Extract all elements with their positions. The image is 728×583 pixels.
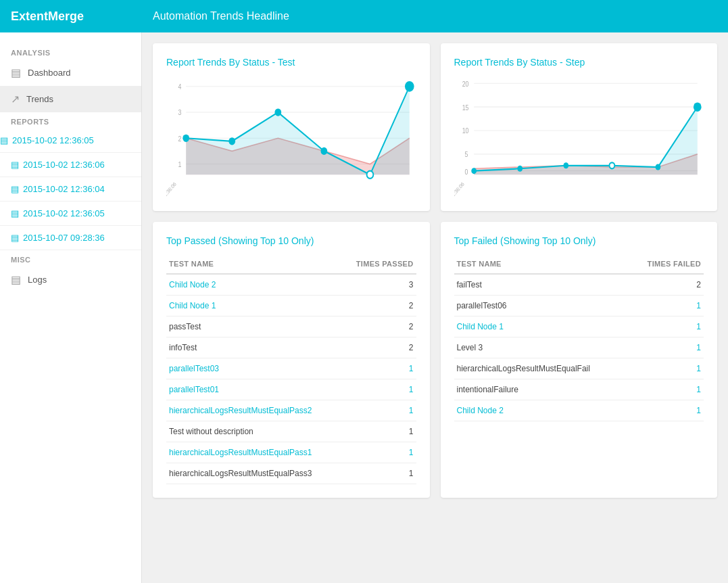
- report-link-0[interactable]: ▤ 2015-10-02 12:36:05: [0, 129, 141, 153]
- table-row: infoTest2: [166, 337, 416, 358]
- col-test-name-passed: TEST NAME: [166, 254, 342, 274]
- table-row: hierarchicalLogsResultMustEqualFail1: [454, 358, 704, 379]
- times-failed-cell: 1: [629, 379, 704, 400]
- svg-text:0: 0: [464, 168, 468, 177]
- table-row: hierarchicalLogsResultMustEqualPass31: [166, 463, 416, 484]
- table-row: Child Node 11: [454, 317, 704, 337]
- logs-icon: ▤: [11, 273, 21, 286]
- times-passed-cell: 1: [342, 379, 416, 400]
- chart-svg-left: 4 3 2 1: [166, 76, 416, 197]
- svg-point-11: [228, 137, 235, 145]
- svg-point-15: [405, 81, 414, 92]
- page-title: Automation Trends Headline: [153, 10, 289, 22]
- test-name-cell: passTest: [166, 317, 342, 337]
- table-row: intentionalFailure1: [454, 379, 704, 400]
- top-failed-table: TEST NAME TIMES FAILED failTest2parallel…: [454, 254, 704, 421]
- top-failed-title: Top Failed (Showing Top 10 Only): [454, 235, 704, 246]
- test-name-cell[interactable]: parallelTest01: [166, 379, 342, 400]
- test-name-cell: infoTest: [166, 337, 342, 358]
- chart-card-right: Report Trends By Status - Step 20 15 10 …: [441, 43, 718, 211]
- report-link-label-1: 2015-10-02 12:36:06: [23, 160, 105, 170]
- chart-left: 4 3 2 1: [166, 76, 416, 197]
- table-row: hierarchicalLogsResultMustEqualPass21: [166, 400, 416, 421]
- svg-text:2: 2: [178, 135, 182, 143]
- report-link-4[interactable]: ▤ 2015-10-07 09:28:36: [0, 226, 141, 250]
- table-row: parallelTest011: [166, 379, 416, 400]
- times-failed-cell: 1: [629, 296, 704, 317]
- test-name-cell: parallelTest06: [454, 296, 629, 317]
- chart-icon: ▤: [11, 66, 21, 79]
- report-link-label-0: 2015-10-02 12:36:05: [12, 135, 94, 145]
- report-icon-1: ▤: [11, 160, 19, 170]
- sidebar-item-trends[interactable]: ↗ Trends: [0, 86, 141, 112]
- test-name-cell[interactable]: hierarchicalLogsResultMustEqualPass2: [166, 400, 342, 421]
- svg-point-14: [367, 171, 374, 179]
- table-row: parallelTest031: [166, 358, 416, 379]
- charts-row: Report Trends By Status - Test 4 3 2 1: [153, 43, 717, 211]
- times-passed-cell: 3: [342, 274, 416, 296]
- chart-svg-right: 20 15 10 5 0: [454, 76, 704, 197]
- svg-point-35: [563, 162, 568, 168]
- sidebar-item-label-trends: Trends: [26, 94, 53, 104]
- report-icon-4: ▤: [11, 233, 19, 243]
- test-name-cell[interactable]: Child Node 1: [454, 317, 629, 337]
- test-name-cell[interactable]: Child Node 2: [454, 400, 629, 421]
- app-layout: ANALYSIS ▤ Dashboard ↗ Trends REPORTS ▤ …: [0, 32, 728, 583]
- sidebar-item-label-logs: Logs: [28, 275, 47, 285]
- analysis-section-label: ANALYSIS: [0, 43, 141, 60]
- svg-point-36: [609, 162, 614, 168]
- svg-point-34: [517, 166, 523, 172]
- table-row: Level 31: [454, 337, 704, 358]
- times-failed-cell: 1: [629, 337, 704, 358]
- reports-section-label: REPORTS: [0, 112, 141, 129]
- tables-row: Top Passed (Showing Top 10 Only) TEST NA…: [153, 222, 717, 498]
- report-link-2[interactable]: ▤ 2015-10-02 12:36:04: [0, 177, 141, 202]
- test-name-cell: Test without description: [166, 421, 342, 442]
- svg-point-33: [471, 168, 477, 174]
- top-failed-card: Top Failed (Showing Top 10 Only) TEST NA…: [441, 222, 718, 498]
- svg-text:4: 4: [178, 83, 182, 91]
- test-name-cell: hierarchicalLogsResultMustEqualFail: [454, 358, 629, 379]
- brand-name: ExtentMerge: [11, 9, 153, 24]
- sidebar-item-dashboard[interactable]: ▤ Dashboard: [0, 60, 141, 86]
- test-name-cell[interactable]: parallelTest03: [166, 358, 342, 379]
- sidebar: ANALYSIS ▤ Dashboard ↗ Trends REPORTS ▤ …: [0, 32, 142, 583]
- times-passed-cell: 2: [342, 296, 416, 317]
- table-row: Test without description1: [166, 421, 416, 442]
- table-row: hierarchicalLogsResultMustEqualPass11: [166, 442, 416, 463]
- table-row: Child Node 12: [166, 296, 416, 317]
- table-row: Child Node 23: [166, 274, 416, 296]
- test-name-cell[interactable]: Child Node 1: [166, 296, 342, 317]
- main-content: Report Trends By Status - Test 4 3 2 1: [142, 32, 728, 583]
- chart-title-right: Report Trends By Status - Step: [454, 57, 704, 68]
- test-name-cell[interactable]: hierarchicalLogsResultMustEqualPass1: [166, 442, 342, 463]
- col-times-passed: TIMES PASSED: [342, 254, 416, 274]
- svg-text:2015-10-02 12:36:06: 2015-10-02 12:36:06: [166, 181, 177, 197]
- test-name-cell: Level 3: [454, 337, 629, 358]
- sidebar-item-label-dashboard: Dashboard: [28, 68, 71, 78]
- svg-point-12: [274, 108, 281, 116]
- svg-text:2015-10-02 12:36:06: 2015-10-02 12:36:06: [454, 181, 465, 197]
- times-passed-cell: 1: [342, 442, 416, 463]
- times-passed-cell: 2: [342, 337, 416, 358]
- chart-card-left: Report Trends By Status - Test 4 3 2 1: [153, 43, 430, 211]
- report-icon-0: ▤: [0, 135, 8, 145]
- test-name-cell[interactable]: Child Node 2: [166, 274, 342, 296]
- report-link-1[interactable]: ▤ 2015-10-02 12:36:06: [0, 153, 141, 177]
- sidebar-item-logs[interactable]: ▤ Logs: [0, 266, 141, 293]
- report-link-3[interactable]: ▤ 2015-10-02 12:36:05: [0, 202, 141, 226]
- times-passed-cell: 2: [342, 317, 416, 337]
- svg-point-37: [655, 164, 660, 170]
- top-passed-card: Top Passed (Showing Top 10 Only) TEST NA…: [153, 222, 430, 498]
- svg-text:20: 20: [462, 80, 468, 88]
- svg-text:5: 5: [464, 151, 468, 159]
- times-failed-cell: 1: [629, 358, 704, 379]
- svg-text:10: 10: [462, 127, 468, 135]
- times-failed-cell: 1: [629, 317, 704, 337]
- times-failed-cell: 1: [629, 400, 704, 421]
- misc-section-label: MISC: [0, 250, 141, 266]
- svg-point-38: [693, 102, 701, 112]
- col-times-failed: TIMES FAILED: [629, 254, 704, 274]
- trends-icon: ↗: [11, 93, 20, 106]
- test-name-cell: intentionalFailure: [454, 379, 629, 400]
